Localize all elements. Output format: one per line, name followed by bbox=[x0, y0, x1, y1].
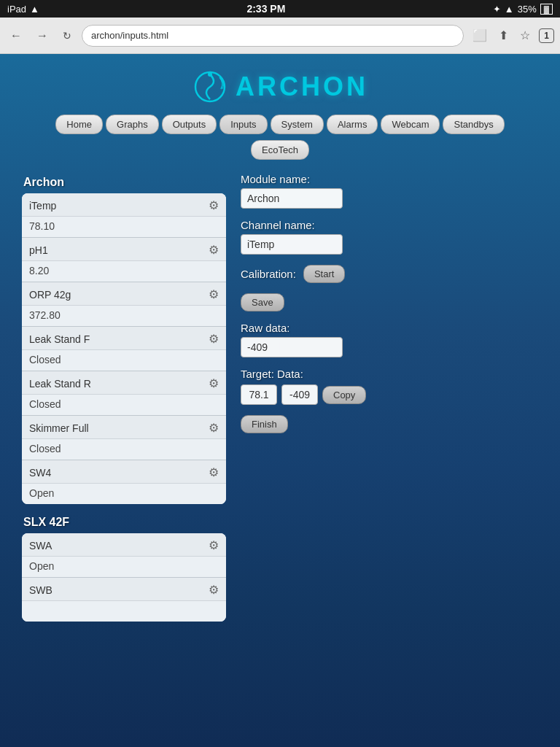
gear-icon-swa[interactable]: ⚙ bbox=[209, 538, 219, 552]
browser-chrome: ← → ↻ archon/inputs.html ⬜ ⬆ ☆ 1 bbox=[0, 18, 560, 54]
share-button[interactable]: ⬆ bbox=[496, 27, 511, 44]
device-swa-header[interactable]: SWA ⚙ bbox=[22, 533, 226, 557]
device-swb-header[interactable]: SWB ⚙ bbox=[22, 578, 226, 601]
slx42f-device-list: SWA ⚙ Open SWB ⚙ bbox=[22, 533, 226, 622]
device-skimmer-full: Skimmer Full ⚙ Closed bbox=[22, 416, 226, 460]
target-values: 78.1 -409 Copy bbox=[241, 384, 538, 405]
forward-button[interactable]: → bbox=[32, 26, 52, 45]
right-panel: Module name: Channel name: Calibration: … bbox=[241, 173, 538, 630]
nav-ecotech[interactable]: EcoTech bbox=[251, 140, 309, 160]
save-row: Save bbox=[241, 293, 538, 311]
device-ph1: pH1 ⚙ 8.20 bbox=[22, 238, 226, 282]
nav-system[interactable]: System bbox=[271, 115, 324, 134]
calibration-label: Calibration: bbox=[241, 268, 296, 280]
module-name-input[interactable] bbox=[241, 188, 343, 209]
device-sw4-name: SW4 bbox=[29, 467, 51, 479]
device-ph1-header[interactable]: pH1 ⚙ bbox=[22, 238, 226, 261]
device-orp-name: ORP 42g bbox=[29, 289, 71, 301]
time-label: 2:33 PM bbox=[246, 3, 285, 15]
calibration-start-button[interactable]: Start bbox=[303, 265, 345, 283]
status-left: iPad ▲ bbox=[7, 4, 39, 15]
finish-row: Finish bbox=[241, 415, 538, 433]
battery-icon: ▓ bbox=[540, 4, 553, 15]
gear-icon-skimmer-full[interactable]: ⚙ bbox=[209, 421, 219, 435]
device-itemp-header[interactable]: iTemp ⚙ bbox=[22, 193, 226, 217]
data-value: -409 bbox=[281, 384, 318, 405]
device-sw4-value: Open bbox=[22, 484, 226, 504]
target-value: 78.1 bbox=[241, 384, 277, 405]
gear-icon-ph1[interactable]: ⚙ bbox=[209, 243, 219, 257]
tab-count[interactable]: 1 bbox=[539, 28, 554, 43]
device-leak-stand-r-value: Closed bbox=[22, 395, 226, 415]
svg-point-1 bbox=[208, 72, 212, 77]
target-data-label: Target: Data: bbox=[241, 368, 538, 380]
main-content: Archon iTemp ⚙ 78.10 pH1 ⚙ bbox=[0, 166, 560, 638]
device-swb-value bbox=[22, 601, 226, 622]
channel-name-group: Channel name: bbox=[241, 219, 538, 255]
status-right: ✦ ▲ 35% ▓ bbox=[493, 4, 553, 15]
raw-data-label: Raw data: bbox=[241, 322, 538, 334]
gear-icon-orp[interactable]: ⚙ bbox=[209, 287, 219, 301]
raw-data-group: Raw data: bbox=[241, 322, 538, 357]
device-swb: SWB ⚙ bbox=[22, 578, 226, 622]
raw-data-input[interactable] bbox=[241, 337, 343, 357]
channel-name-input[interactable] bbox=[241, 234, 343, 255]
device-swb-name: SWB bbox=[29, 584, 52, 596]
device-ph1-value: 8.20 bbox=[22, 261, 226, 282]
device-orp-header[interactable]: ORP 42g ⚙ bbox=[22, 282, 226, 306]
save-button[interactable]: Save bbox=[241, 293, 284, 311]
status-bar: iPad ▲ 2:33 PM ✦ ▲ 35% ▓ bbox=[0, 0, 560, 18]
back-button[interactable]: ← bbox=[6, 26, 26, 45]
copy-button[interactable]: Copy bbox=[322, 386, 366, 404]
logo-container: ARCHON bbox=[0, 69, 560, 105]
nav-bar-2: EcoTech bbox=[0, 140, 560, 166]
gear-icon-swb[interactable]: ⚙ bbox=[209, 583, 219, 597]
logo-icon bbox=[192, 69, 228, 105]
module-name-group: Module name: bbox=[241, 173, 538, 209]
bluetooth-icon: ✦ bbox=[493, 4, 501, 15]
device-leak-stand-f: Leak Stand F ⚙ Closed bbox=[22, 327, 226, 371]
device-swa-name: SWA bbox=[29, 540, 52, 551]
channel-name-label: Channel name: bbox=[241, 219, 538, 231]
gear-icon-leak-stand-f[interactable]: ⚙ bbox=[209, 332, 219, 346]
address-bar[interactable]: archon/inputs.html bbox=[82, 25, 464, 47]
device-leak-stand-f-value: Closed bbox=[22, 350, 226, 371]
browser-actions: ⬜ ⬆ ☆ 1 bbox=[470, 27, 554, 44]
device-skimmer-full-value: Closed bbox=[22, 439, 226, 460]
device-itemp-name: iTemp bbox=[29, 200, 56, 212]
nav-alarms[interactable]: Alarms bbox=[327, 115, 378, 134]
gear-icon-itemp[interactable]: ⚙ bbox=[209, 198, 219, 212]
nav-graphs[interactable]: Graphs bbox=[106, 115, 159, 134]
finish-button[interactable]: Finish bbox=[241, 415, 288, 433]
device-swa: SWA ⚙ Open bbox=[22, 533, 226, 578]
module-archon-header: Archon bbox=[22, 173, 226, 193]
gear-icon-sw4[interactable]: ⚙ bbox=[209, 465, 219, 479]
device-skimmer-full-name: Skimmer Full bbox=[29, 422, 89, 434]
nav-home[interactable]: Home bbox=[55, 115, 103, 134]
device-sw4-header[interactable]: SW4 ⚙ bbox=[22, 460, 226, 484]
nav-webcam[interactable]: Webcam bbox=[381, 115, 440, 134]
gear-icon-leak-stand-r[interactable]: ⚙ bbox=[209, 376, 219, 390]
nav-standbys[interactable]: Standbys bbox=[443, 115, 504, 134]
nav-outputs[interactable]: Outputs bbox=[162, 115, 217, 134]
device-itemp-value: 78.10 bbox=[22, 217, 226, 237]
device-swa-value: Open bbox=[22, 557, 226, 577]
device-sw4: SW4 ⚙ Open bbox=[22, 460, 226, 504]
bookmark-button[interactable]: ☆ bbox=[517, 27, 533, 44]
device-leak-stand-f-header[interactable]: Leak Stand F ⚙ bbox=[22, 327, 226, 350]
module-slx42f: SLX 42F SWA ⚙ Open SWB ⚙ bbox=[22, 513, 226, 622]
nav-inputs[interactable]: Inputs bbox=[219, 115, 267, 134]
battery-label: 35% bbox=[518, 4, 537, 15]
reload-button[interactable]: ↻ bbox=[58, 27, 76, 44]
device-orp-value: 372.80 bbox=[22, 306, 226, 326]
device-leak-stand-r-header[interactable]: Leak Stand R ⚙ bbox=[22, 371, 226, 395]
device-ph1-name: pH1 bbox=[29, 244, 48, 256]
ocean-background: ARCHON Home Graphs Outputs Inputs System… bbox=[0, 54, 560, 747]
airplay-button[interactable]: ⬜ bbox=[470, 27, 490, 44]
module-name-label: Module name: bbox=[241, 173, 538, 185]
device-skimmer-full-header[interactable]: Skimmer Full ⚙ bbox=[22, 416, 226, 439]
module-slx42f-header: SLX 42F bbox=[22, 513, 226, 533]
signal-icon: ▲ bbox=[505, 4, 514, 15]
module-archon: Archon iTemp ⚙ 78.10 pH1 ⚙ bbox=[22, 173, 226, 504]
device-itemp: iTemp ⚙ 78.10 bbox=[22, 193, 226, 238]
